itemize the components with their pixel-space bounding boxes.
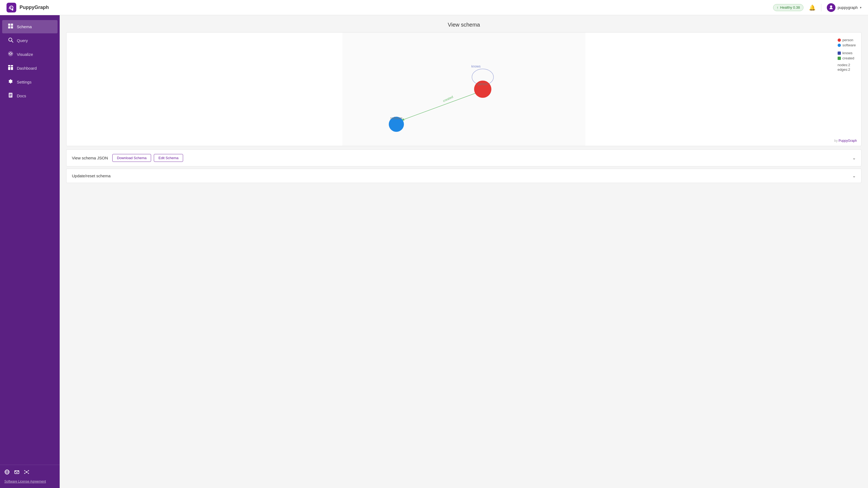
legend-person: person [838,38,856,42]
sidebar-item-docs[interactable]: Docs [2,89,58,102]
svg-text:knows: knows [471,65,480,68]
svg-point-27 [28,473,29,474]
logo-icon [6,3,16,12]
edges-stat: edges:2 [838,67,856,72]
accordion-view-schema-json-title: View schema JSON [72,156,108,160]
accordion-view-schema-json-left: View schema JSON Download Schema Edit Sc… [72,154,183,162]
legend-knows-dot [838,52,841,55]
schema-graph-container: created knows person software person [66,32,862,146]
graph-legend: person software knows created nodes:2 [838,38,856,72]
sidebar-item-schema[interactable]: Schema [2,20,58,33]
sidebar-item-visualize[interactable]: Visualize [2,48,58,61]
sidebar-bottom: Software License Agreement [0,465,60,488]
svg-point-23 [26,471,27,473]
sidebar-item-dashboard[interactable]: Dashboard [2,62,58,75]
svg-rect-13 [8,67,10,70]
svg-rect-5 [11,26,13,29]
sidebar-item-dashboard-label: Dashboard [17,66,37,70]
svg-rect-14 [11,67,13,70]
sidebar-bottom-icons [4,469,55,476]
schema-icon [8,23,13,30]
svg-point-1 [12,9,13,10]
page-title: View schema [66,22,862,28]
notification-bell-icon[interactable]: 🔔 [809,4,816,11]
docs-icon [8,93,13,99]
svg-line-7 [12,41,13,42]
legend-person-dot [838,38,841,42]
schema-graph-svg: created knows person software [66,33,861,146]
health-label: Healthy 0.38 [780,5,800,9]
user-avatar [827,3,835,12]
app-body: Schema Query [0,15,868,488]
legend-software-dot [838,44,841,47]
accordion-view-schema-json-chevron-icon: ⌄ [852,155,856,161]
accordion-update-reset-schema: Update/reset schema ⌄ [66,169,862,183]
download-schema-button[interactable]: Download Schema [112,154,151,162]
main-content: View schema created knows [60,15,868,488]
accordion-update-reset-schema-left: Update/reset schema [72,173,111,178]
svg-point-26 [24,473,25,474]
svg-line-31 [27,472,28,474]
legend-knows-label: knows [842,51,852,55]
svg-rect-11 [8,65,10,66]
sidebar-item-query[interactable]: Query [2,34,58,47]
sidebar-item-query-label: Query [17,38,28,43]
svg-text:software: software [390,116,403,120]
accordion-update-reset-schema-header[interactable]: Update/reset schema ⌄ [66,169,861,183]
sidebar-nav: Schema Query [0,15,60,465]
svg-line-28 [25,471,26,472]
integration-icon[interactable] [24,469,29,476]
legend-software: software [838,43,856,47]
accordion-update-reset-schema-title: Update/reset schema [72,173,111,178]
svg-rect-32 [342,33,585,146]
health-icon: ↑ [777,5,778,10]
svg-point-6 [9,38,12,41]
edit-schema-button[interactable]: Edit Schema [154,154,183,162]
legend-software-label: software [842,43,856,47]
user-name: puppygraph [838,5,858,10]
nodes-stat: nodes:2 [838,63,856,67]
app-logo-text: PuppyGraph [20,5,49,10]
legend-created: created [838,56,856,60]
dashboard-icon [8,65,13,72]
legend-created-dot [838,57,841,60]
header-divider [821,4,822,11]
sidebar: Schema Query [0,15,60,488]
svg-point-24 [24,470,25,471]
sidebar-item-settings-label: Settings [17,80,31,84]
header-left: PuppyGraph [6,3,49,12]
svg-rect-3 [11,24,13,26]
globe-icon[interactable] [4,469,10,476]
legend-created-label: created [842,56,854,60]
settings-gear-icon [8,78,13,86]
user-menu[interactable]: puppygraph ▾ [827,3,862,12]
header: PuppyGraph ↑ Healthy 0.38 🔔 puppygraph ▾ [0,0,868,15]
accordion-view-schema-json-header[interactable]: View schema JSON Download Schema Edit Sc… [66,150,861,166]
svg-line-29 [27,471,28,472]
accordion-update-reset-schema-chevron-icon: ⌄ [852,173,856,178]
svg-rect-12 [11,65,13,66]
sidebar-item-settings[interactable]: Settings [2,75,58,89]
svg-text:person: person [478,82,488,86]
accordion-view-schema-json-actions: Download Schema Edit Schema [112,154,183,162]
visualize-icon [8,51,13,58]
branding-text: PuppyGraph [839,139,857,142]
sidebar-item-docs-label: Docs [17,94,26,98]
user-chevron-icon: ▾ [860,6,862,9]
sidebar-item-visualize-label: Visualize [17,52,33,57]
query-icon [8,37,13,44]
legend-knows: knows [838,51,856,55]
health-badge: ↑ Healthy 0.38 [773,4,803,11]
legend-person-label: person [842,38,854,42]
svg-point-25 [28,470,29,471]
svg-rect-4 [8,26,10,29]
sidebar-item-schema-label: Schema [17,24,32,29]
accordion-view-schema-json: View schema JSON Download Schema Edit Sc… [66,150,862,166]
mail-icon[interactable] [14,469,20,476]
header-right: ↑ Healthy 0.38 🔔 puppygraph ▾ [773,3,862,12]
svg-line-30 [25,472,26,474]
svg-rect-2 [8,24,10,26]
graph-stats: nodes:2 edges:2 [838,63,856,72]
license-agreement-link[interactable]: Software License Agreement [4,480,46,483]
graph-branding: by PuppyGraph [834,139,857,142]
